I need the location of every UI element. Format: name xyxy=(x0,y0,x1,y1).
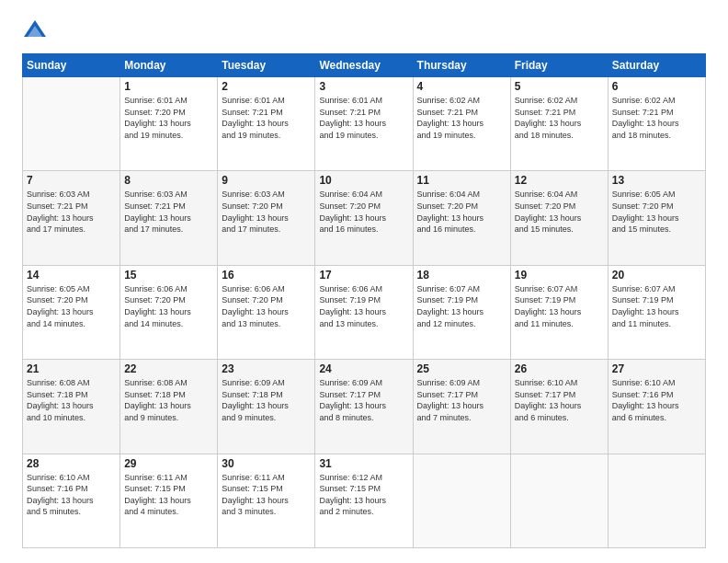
day-info: Sunrise: 6:01 AM Sunset: 7:21 PM Dayligh… xyxy=(319,95,408,141)
logo-icon xyxy=(22,18,48,44)
day-info: Sunrise: 6:09 AM Sunset: 7:17 PM Dayligh… xyxy=(417,377,506,423)
day-number: 8 xyxy=(124,174,213,187)
day-number: 11 xyxy=(417,174,506,187)
calendar-cell xyxy=(23,77,120,171)
day-number: 31 xyxy=(319,457,408,470)
day-info: Sunrise: 6:02 AM Sunset: 7:21 PM Dayligh… xyxy=(417,95,506,141)
day-info: Sunrise: 6:07 AM Sunset: 7:19 PM Dayligh… xyxy=(612,283,701,329)
calendar-cell: 25Sunrise: 6:09 AM Sunset: 7:17 PM Dayli… xyxy=(413,360,510,454)
day-number: 10 xyxy=(319,174,408,187)
calendar-week-row: 14Sunrise: 6:05 AM Sunset: 7:20 PM Dayli… xyxy=(23,265,706,359)
day-number: 14 xyxy=(27,269,116,282)
day-number: 22 xyxy=(124,362,213,375)
calendar-cell: 3Sunrise: 6:01 AM Sunset: 7:21 PM Daylig… xyxy=(315,77,413,171)
calendar-cell: 1Sunrise: 6:01 AM Sunset: 7:20 PM Daylig… xyxy=(120,77,218,171)
calendar-cell: 17Sunrise: 6:06 AM Sunset: 7:19 PM Dayli… xyxy=(315,265,413,359)
day-number: 1 xyxy=(124,80,213,93)
day-info: Sunrise: 6:04 AM Sunset: 7:20 PM Dayligh… xyxy=(515,189,604,235)
day-info: Sunrise: 6:05 AM Sunset: 7:20 PM Dayligh… xyxy=(27,283,116,329)
day-number: 12 xyxy=(515,174,604,187)
calendar-header-row: SundayMondayTuesdayWednesdayThursdayFrid… xyxy=(23,54,706,77)
day-number: 19 xyxy=(515,269,604,282)
calendar-cell: 2Sunrise: 6:01 AM Sunset: 7:21 PM Daylig… xyxy=(218,77,315,171)
calendar-cell: 12Sunrise: 6:04 AM Sunset: 7:20 PM Dayli… xyxy=(510,171,608,265)
day-number: 13 xyxy=(612,174,701,187)
calendar-cell: 20Sunrise: 6:07 AM Sunset: 7:19 PM Dayli… xyxy=(608,265,705,359)
col-header-monday: Monday xyxy=(120,54,218,77)
col-header-sunday: Sunday xyxy=(23,54,120,77)
day-info: Sunrise: 6:02 AM Sunset: 7:21 PM Dayligh… xyxy=(515,95,604,141)
calendar-week-row: 1Sunrise: 6:01 AM Sunset: 7:20 PM Daylig… xyxy=(23,77,706,171)
calendar-cell: 4Sunrise: 6:02 AM Sunset: 7:21 PM Daylig… xyxy=(413,77,510,171)
day-info: Sunrise: 6:03 AM Sunset: 7:21 PM Dayligh… xyxy=(27,189,116,235)
calendar-cell: 28Sunrise: 6:10 AM Sunset: 7:16 PM Dayli… xyxy=(23,454,120,547)
day-info: Sunrise: 6:07 AM Sunset: 7:19 PM Dayligh… xyxy=(515,283,604,329)
day-number: 23 xyxy=(222,362,311,375)
day-info: Sunrise: 6:08 AM Sunset: 7:18 PM Dayligh… xyxy=(27,377,116,423)
calendar-cell xyxy=(608,454,705,547)
calendar-cell: 23Sunrise: 6:09 AM Sunset: 7:18 PM Dayli… xyxy=(218,360,315,454)
logo xyxy=(22,18,51,44)
day-info: Sunrise: 6:05 AM Sunset: 7:20 PM Dayligh… xyxy=(612,189,701,235)
calendar-cell: 15Sunrise: 6:06 AM Sunset: 7:20 PM Dayli… xyxy=(120,265,218,359)
calendar-cell: 30Sunrise: 6:11 AM Sunset: 7:15 PM Dayli… xyxy=(218,454,315,547)
day-info: Sunrise: 6:09 AM Sunset: 7:17 PM Dayligh… xyxy=(319,377,408,423)
page: SundayMondayTuesdayWednesdayThursdayFrid… xyxy=(0,0,728,563)
calendar: SundayMondayTuesdayWednesdayThursdayFrid… xyxy=(22,53,706,548)
calendar-cell: 8Sunrise: 6:03 AM Sunset: 7:21 PM Daylig… xyxy=(120,171,218,265)
calendar-cell: 27Sunrise: 6:10 AM Sunset: 7:16 PM Dayli… xyxy=(608,360,705,454)
day-number: 3 xyxy=(319,80,408,93)
calendar-cell: 11Sunrise: 6:04 AM Sunset: 7:20 PM Dayli… xyxy=(413,171,510,265)
day-number: 16 xyxy=(222,269,311,282)
day-info: Sunrise: 6:04 AM Sunset: 7:20 PM Dayligh… xyxy=(417,189,506,235)
day-number: 21 xyxy=(27,362,116,375)
day-info: Sunrise: 6:08 AM Sunset: 7:18 PM Dayligh… xyxy=(124,377,213,423)
day-info: Sunrise: 6:10 AM Sunset: 7:17 PM Dayligh… xyxy=(515,377,604,423)
col-header-tuesday: Tuesday xyxy=(218,54,315,77)
day-info: Sunrise: 6:12 AM Sunset: 7:15 PM Dayligh… xyxy=(319,472,408,518)
col-header-wednesday: Wednesday xyxy=(315,54,413,77)
day-number: 28 xyxy=(27,457,116,470)
day-info: Sunrise: 6:01 AM Sunset: 7:21 PM Dayligh… xyxy=(222,95,311,141)
col-header-saturday: Saturday xyxy=(608,54,705,77)
day-info: Sunrise: 6:07 AM Sunset: 7:19 PM Dayligh… xyxy=(417,283,506,329)
day-info: Sunrise: 6:11 AM Sunset: 7:15 PM Dayligh… xyxy=(222,472,311,518)
calendar-week-row: 7Sunrise: 6:03 AM Sunset: 7:21 PM Daylig… xyxy=(23,171,706,265)
day-number: 27 xyxy=(612,362,701,375)
header xyxy=(22,18,706,44)
day-number: 25 xyxy=(417,362,506,375)
day-info: Sunrise: 6:06 AM Sunset: 7:20 PM Dayligh… xyxy=(222,283,311,329)
day-info: Sunrise: 6:03 AM Sunset: 7:20 PM Dayligh… xyxy=(222,189,311,235)
calendar-cell: 6Sunrise: 6:02 AM Sunset: 7:21 PM Daylig… xyxy=(608,77,705,171)
day-number: 5 xyxy=(515,80,604,93)
day-info: Sunrise: 6:11 AM Sunset: 7:15 PM Dayligh… xyxy=(124,472,213,518)
calendar-week-row: 21Sunrise: 6:08 AM Sunset: 7:18 PM Dayli… xyxy=(23,360,706,454)
col-header-friday: Friday xyxy=(510,54,608,77)
day-info: Sunrise: 6:06 AM Sunset: 7:20 PM Dayligh… xyxy=(124,283,213,329)
calendar-cell: 16Sunrise: 6:06 AM Sunset: 7:20 PM Dayli… xyxy=(218,265,315,359)
day-number: 15 xyxy=(124,269,213,282)
calendar-cell: 10Sunrise: 6:04 AM Sunset: 7:20 PM Dayli… xyxy=(315,171,413,265)
day-info: Sunrise: 6:10 AM Sunset: 7:16 PM Dayligh… xyxy=(612,377,701,423)
col-header-thursday: Thursday xyxy=(413,54,510,77)
day-info: Sunrise: 6:06 AM Sunset: 7:19 PM Dayligh… xyxy=(319,283,408,329)
calendar-cell: 29Sunrise: 6:11 AM Sunset: 7:15 PM Dayli… xyxy=(120,454,218,547)
day-info: Sunrise: 6:03 AM Sunset: 7:21 PM Dayligh… xyxy=(124,189,213,235)
calendar-cell xyxy=(510,454,608,547)
calendar-cell: 7Sunrise: 6:03 AM Sunset: 7:21 PM Daylig… xyxy=(23,171,120,265)
day-info: Sunrise: 6:04 AM Sunset: 7:20 PM Dayligh… xyxy=(319,189,408,235)
day-number: 29 xyxy=(124,457,213,470)
calendar-cell: 19Sunrise: 6:07 AM Sunset: 7:19 PM Dayli… xyxy=(510,265,608,359)
day-number: 20 xyxy=(612,269,701,282)
day-number: 4 xyxy=(417,80,506,93)
day-number: 26 xyxy=(515,362,604,375)
day-info: Sunrise: 6:10 AM Sunset: 7:16 PM Dayligh… xyxy=(27,472,116,518)
calendar-cell xyxy=(413,454,510,547)
day-number: 17 xyxy=(319,269,408,282)
day-number: 30 xyxy=(222,457,311,470)
day-number: 9 xyxy=(222,174,311,187)
day-number: 6 xyxy=(612,80,701,93)
day-info: Sunrise: 6:01 AM Sunset: 7:20 PM Dayligh… xyxy=(124,95,213,141)
calendar-cell: 14Sunrise: 6:05 AM Sunset: 7:20 PM Dayli… xyxy=(23,265,120,359)
day-number: 2 xyxy=(222,80,311,93)
